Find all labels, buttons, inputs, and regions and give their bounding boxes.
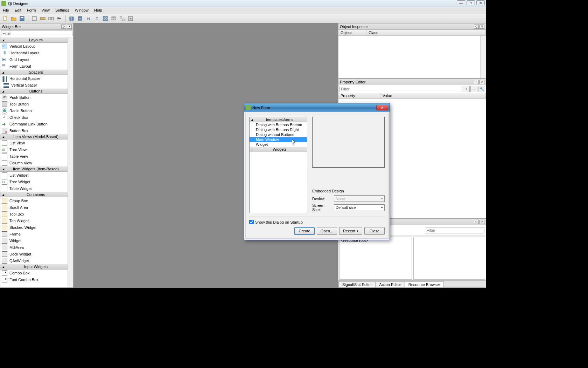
resource-tree[interactable]: <resource root> [339,237,412,280]
template-tree-item[interactable]: Dialog with Buttons Bottom [250,122,307,127]
dock-close-button[interactable]: ✕ [479,80,484,84]
object-inspector-scrollbar[interactable] [480,36,486,78]
property-config-icon[interactable]: 🔧 [478,86,485,92]
menu-edit[interactable]: Edit [12,7,24,14]
close-button[interactable]: Close [364,227,385,235]
widget-item[interactable]: Column View [0,159,68,166]
widget-category-header[interactable]: ◢Layouts [0,37,68,43]
widget-item[interactable]: Font Combo Box [0,276,68,283]
dialog-close-button[interactable]: ✕ [376,105,388,110]
widget-item[interactable]: Check Box [0,114,68,121]
widget-item[interactable]: Form Layout [0,63,68,69]
template-tree[interactable]: ◢templates\forms Dialog with Buttons Bot… [249,117,307,213]
toolbar-adjust-size-icon[interactable] [127,15,134,22]
toolbar-layout-form-icon[interactable] [110,15,118,22]
open-button[interactable]: Open... [317,227,337,235]
col-object[interactable]: Object [338,30,366,35]
template-tree-header-forms[interactable]: ◢templates\forms [250,117,307,122]
toolbar-new-icon[interactable] [1,15,9,22]
widget-item[interactable]: Push Button [0,94,68,101]
property-filter-input[interactable] [339,86,462,92]
widget-item[interactable]: Stacked Widget [0,224,68,231]
menu-view[interactable]: View [38,7,52,14]
template-tree-item[interactable]: Dialog with Buttons Right [250,127,307,132]
toolbar-edit-widgets-icon[interactable] [30,15,38,22]
widget-item[interactable]: Command Link Button [0,121,68,127]
widget-item[interactable]: Radio Button [0,107,68,114]
menu-help[interactable]: Help [91,7,105,14]
dock-float-button[interactable]: ◇ [61,25,66,29]
tab-resource-browser[interactable]: Resource Browser [405,281,444,287]
col-value[interactable]: Value [380,93,486,98]
dock-close-button[interactable]: ✕ [479,25,484,29]
show-on-startup-checkbox[interactable] [249,220,254,224]
toolbar-break-layout-icon[interactable] [118,15,126,22]
dock-float-button[interactable]: ◇ [474,80,479,84]
widget-item[interactable]: MdiArea [0,244,68,251]
widget-category-header[interactable]: ◢Input Widgets [0,264,68,270]
widget-item[interactable]: Tree Widget [0,178,68,185]
toolbar-layout-v-icon[interactable] [76,15,84,22]
widget-item[interactable]: List Widget [0,172,68,178]
widget-item[interactable]: Tab Widget [0,217,68,224]
widget-item[interactable]: Vertical Spacer [0,82,68,88]
widget-category-header[interactable]: ◢Spacers [0,69,68,75]
toolbar-edit-tab-order-icon[interactable] [56,15,63,22]
toolbar-open-icon[interactable] [10,15,18,22]
widget-category-header[interactable]: ◢Containers [0,192,68,197]
dock-float-button[interactable]: ◇ [474,220,479,224]
widget-box-scrollbar[interactable] [68,37,73,287]
col-class[interactable]: Class [366,30,486,35]
widget-item[interactable]: Tree View [0,146,68,153]
widget-item[interactable]: Vertical Layout [0,43,68,49]
toolbar-edit-buddies-icon[interactable] [47,15,55,22]
template-tree-item[interactable]: Main Window [250,137,307,142]
template-tree-item[interactable]: Dialog without Buttons [250,132,307,137]
toolbar-layout-grid-icon[interactable] [102,15,109,22]
widget-item[interactable]: Button Box [0,127,68,134]
widget-item[interactable]: QAxWidget [0,257,68,264]
widget-item[interactable]: List View [0,139,68,146]
template-tree-header-widgets[interactable]: ▷Widgets [250,147,307,152]
widget-item[interactable]: Table View [0,153,68,159]
widget-category-header[interactable]: ◢Item Widgets (Item-Based) [0,166,68,172]
dialog-titlebar[interactable]: New Form ✕ [244,103,390,112]
menu-settings[interactable]: Settings [52,7,72,14]
window-maximize-button[interactable]: □ [467,0,475,5]
widget-item[interactable]: Horizontal Spacer [0,75,68,82]
widget-category-header[interactable]: ◢Item Views (Model-Based) [0,134,68,139]
toolbar-layout-h-icon[interactable] [68,15,76,22]
window-close-button[interactable]: ✕ [476,0,485,5]
widget-item[interactable]: Combo Box [0,270,68,276]
object-inspector-body[interactable] [338,36,480,78]
recent-button[interactable]: Recent▾ [339,227,362,235]
menu-window[interactable]: Window [72,7,91,14]
tab-action-editor[interactable]: Action Editor [375,281,405,287]
widget-item[interactable]: Tool Box [0,211,68,217]
widget-item[interactable]: Table Widget [0,185,68,192]
widget-item[interactable]: Group Box [0,197,68,204]
widget-item[interactable]: Dock Widget [0,251,68,257]
resource-filter-input[interactable] [425,227,484,233]
widget-item[interactable]: Widget [0,237,68,244]
template-tree-item[interactable]: Widget [250,142,307,147]
widget-item[interactable]: Tool Button [0,101,68,107]
dock-close-button[interactable]: ✕ [67,25,72,29]
dock-float-button[interactable]: ◇ [474,25,479,29]
window-minimize-button[interactable]: — [457,0,465,5]
toolbar-layout-hsplit-icon[interactable] [85,15,92,22]
tab-signal-slot-editor[interactable]: Signal/Slot Editor [338,281,376,287]
widget-box-filter-input[interactable] [1,30,72,36]
dock-close-button[interactable]: ✕ [479,220,484,224]
property-remove-icon[interactable]: − [470,86,477,92]
widget-category-header[interactable]: ◢Buttons [0,88,68,94]
property-add-icon[interactable]: + [463,86,470,92]
toolbar-edit-signals-icon[interactable] [39,15,47,22]
widget-box-list[interactable]: ◢LayoutsVertical LayoutHorizontal Layout… [0,37,68,287]
menu-form[interactable]: Form [24,7,39,14]
widget-item[interactable]: Frame [0,231,68,237]
screen-size-combo[interactable]: Default size▾ [334,204,385,211]
toolbar-save-icon[interactable] [18,15,26,22]
widget-item[interactable]: Horizontal Layout [0,49,68,56]
col-property[interactable]: Property [338,93,380,98]
